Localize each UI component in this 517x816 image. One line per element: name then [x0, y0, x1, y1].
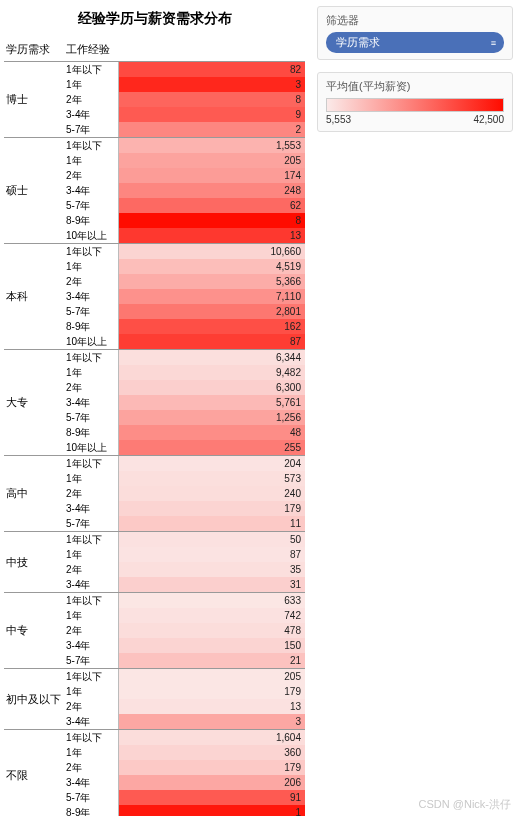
- table-row[interactable]: 1年以下82: [64, 62, 305, 77]
- table-row[interactable]: 8-9年8: [64, 213, 305, 228]
- table-row[interactable]: 3-4年206: [64, 775, 305, 790]
- table-row[interactable]: 1年742: [64, 608, 305, 623]
- heat-cell: 9: [118, 107, 305, 122]
- table-row[interactable]: 1年以下6,344: [64, 350, 305, 365]
- exp-label: 5-7年: [64, 304, 118, 319]
- table-row[interactable]: 3-4年9: [64, 107, 305, 122]
- cell-value: 179: [284, 760, 301, 775]
- filter-panel: 筛选器 学历需求 ≡: [317, 6, 513, 60]
- table-row[interactable]: 2年6,300: [64, 380, 305, 395]
- table-row[interactable]: 5-7年62: [64, 198, 305, 213]
- table-row[interactable]: 1年以下50: [64, 532, 305, 547]
- heat-cell: 204: [118, 456, 305, 471]
- exp-label: 1年: [64, 684, 118, 699]
- heat-cell: 21: [118, 653, 305, 668]
- table-row[interactable]: 1年205: [64, 153, 305, 168]
- table-row[interactable]: 10年以上13: [64, 228, 305, 243]
- heat-cell: 1,256: [118, 410, 305, 425]
- table-row[interactable]: 1年以下633: [64, 593, 305, 608]
- table-row[interactable]: 5-7年1,256: [64, 410, 305, 425]
- exp-label: 1年: [64, 745, 118, 760]
- table-row[interactable]: 5-7年2,801: [64, 304, 305, 319]
- table-row[interactable]: 5-7年91: [64, 790, 305, 805]
- table-row[interactable]: 1年以下204: [64, 456, 305, 471]
- table-row[interactable]: 2年5,366: [64, 274, 305, 289]
- table-row[interactable]: 5-7年11: [64, 516, 305, 531]
- cell-value: 6,344: [276, 350, 301, 365]
- table-row[interactable]: 3-4年3: [64, 714, 305, 729]
- heat-cell: 5,366: [118, 274, 305, 289]
- edu-group: 中技1年以下501年872年353-4年31: [4, 532, 305, 593]
- table-row[interactable]: 2年35: [64, 562, 305, 577]
- watermark: CSDN @Nick-洪仔: [419, 797, 511, 812]
- table-row[interactable]: 1年以下1,553: [64, 138, 305, 153]
- table-row[interactable]: 1年9,482: [64, 365, 305, 380]
- cell-value: 174: [284, 168, 301, 183]
- chart-title: 经验学历与薪资需求分布: [4, 4, 305, 38]
- table-row[interactable]: 8-9年48: [64, 425, 305, 440]
- exp-label: 1年以下: [64, 244, 118, 259]
- heat-cell: 5,761: [118, 395, 305, 410]
- table-row[interactable]: 3-4年7,110: [64, 289, 305, 304]
- exp-label: 2年: [64, 562, 118, 577]
- table-row[interactable]: 3-4年31: [64, 577, 305, 592]
- table-row[interactable]: 1年360: [64, 745, 305, 760]
- table-row[interactable]: 2年174: [64, 168, 305, 183]
- header-row: 学历需求 工作经验: [4, 38, 305, 62]
- edu-group: 博士1年以下821年32年83-4年95-7年2: [4, 62, 305, 138]
- table-row[interactable]: 2年240: [64, 486, 305, 501]
- exp-label: 8-9年: [64, 805, 118, 816]
- table-row[interactable]: 1年573: [64, 471, 305, 486]
- table-row[interactable]: 2年8: [64, 92, 305, 107]
- cell-value: 13: [290, 699, 301, 714]
- table-row[interactable]: 3-4年150: [64, 638, 305, 653]
- table-row[interactable]: 5-7年2: [64, 122, 305, 137]
- legend-title: 平均值(平均薪资): [326, 79, 504, 94]
- table-row[interactable]: 1年以下1,604: [64, 730, 305, 745]
- table-row[interactable]: 2年478: [64, 623, 305, 638]
- cell-value: 8: [295, 92, 301, 107]
- table-row[interactable]: 10年以上255: [64, 440, 305, 455]
- edu-group: 硕士1年以下1,5531年2052年1743-4年2485-7年628-9年81…: [4, 138, 305, 244]
- edu-group: 初中及以下1年以下2051年1792年133-4年3: [4, 669, 305, 730]
- cell-value: 91: [290, 790, 301, 805]
- table-row[interactable]: 2年13: [64, 699, 305, 714]
- table-row[interactable]: 1年3: [64, 77, 305, 92]
- cell-value: 1,256: [276, 410, 301, 425]
- exp-label: 2年: [64, 699, 118, 714]
- table-row[interactable]: 3-4年248: [64, 183, 305, 198]
- table-row[interactable]: 1年87: [64, 547, 305, 562]
- header-exp: 工作经验: [64, 38, 118, 61]
- heat-cell: 6,300: [118, 380, 305, 395]
- cell-value: 150: [284, 638, 301, 653]
- edu-group: 中专1年以下6331年7422年4783-4年1505-7年21: [4, 593, 305, 669]
- heatmap-body: 博士1年以下821年32年83-4年95-7年2硕士1年以下1,5531年205…: [4, 62, 305, 816]
- table-row[interactable]: 1年179: [64, 684, 305, 699]
- table-row[interactable]: 1年4,519: [64, 259, 305, 274]
- cell-value: 21: [290, 653, 301, 668]
- edu-label: 本科: [4, 244, 64, 349]
- table-row[interactable]: 3-4年5,761: [64, 395, 305, 410]
- cell-value: 255: [284, 440, 301, 455]
- heat-cell: 179: [118, 760, 305, 775]
- edu-label: 中专: [4, 593, 64, 668]
- table-row[interactable]: 3-4年179: [64, 501, 305, 516]
- table-row[interactable]: 1年以下10,660: [64, 244, 305, 259]
- table-row[interactable]: 10年以上87: [64, 334, 305, 349]
- table-row[interactable]: 5-7年21: [64, 653, 305, 668]
- side-panels: 筛选器 学历需求 ≡ 平均值(平均薪资) 5,553 42,500: [305, 0, 517, 816]
- legend-max: 42,500: [473, 114, 504, 125]
- filter-pill[interactable]: 学历需求 ≡: [326, 32, 504, 53]
- exp-label: 5-7年: [64, 653, 118, 668]
- heat-cell: 633: [118, 593, 305, 608]
- filter-title: 筛选器: [326, 13, 504, 28]
- cell-value: 10,660: [270, 244, 301, 259]
- table-row[interactable]: 1年以下205: [64, 669, 305, 684]
- exp-label: 2年: [64, 274, 118, 289]
- table-row[interactable]: 2年179: [64, 760, 305, 775]
- exp-label: 3-4年: [64, 577, 118, 592]
- table-row[interactable]: 8-9年1: [64, 805, 305, 816]
- cell-value: 633: [284, 593, 301, 608]
- legend-gradient: [326, 98, 504, 112]
- table-row[interactable]: 8-9年162: [64, 319, 305, 334]
